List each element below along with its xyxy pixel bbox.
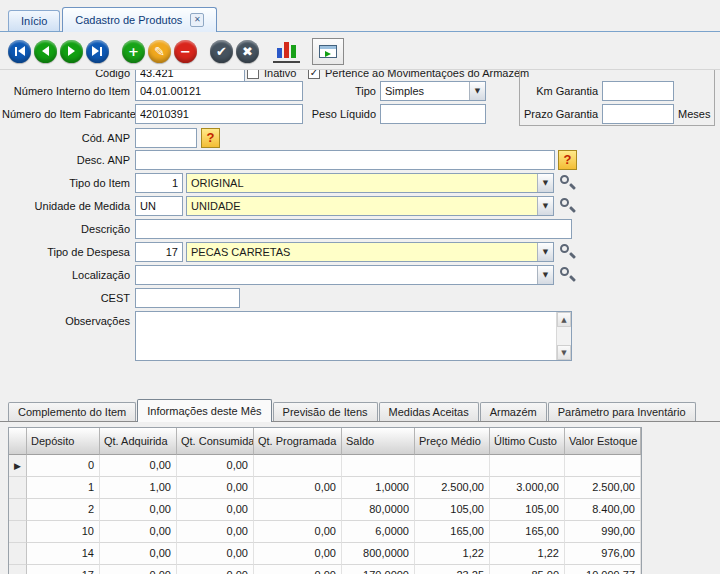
table-row[interactable]: 11,000,000,001,00002.500,003.000,002.500…	[9, 477, 641, 499]
grid-cell[interactable]: 3.000,00	[490, 477, 565, 499]
column-header[interactable]: Qt. Adquirida	[100, 428, 177, 455]
grid-cell[interactable]: 2.500,00	[565, 477, 641, 499]
descricao-input[interactable]	[135, 219, 572, 239]
row-selector-cell[interactable]	[9, 499, 27, 521]
row-selector-cell[interactable]	[9, 565, 27, 574]
grid-cell[interactable]: 990,00	[565, 521, 641, 543]
localizacao-combo[interactable]: ▼	[135, 265, 554, 285]
observacoes-textarea[interactable]	[135, 311, 572, 361]
chevron-down-icon[interactable]: ▼	[537, 197, 553, 215]
last-record-button[interactable]	[86, 40, 109, 63]
grid-cell[interactable]: 0,00	[100, 455, 177, 477]
numero-interno-input[interactable]	[135, 81, 303, 101]
column-header[interactable]: Último Custo	[490, 428, 565, 455]
grid-cell[interactable]: 0,00	[254, 521, 342, 543]
grid-cell[interactable]	[565, 455, 641, 477]
chevron-down-icon[interactable]: ▼	[537, 174, 553, 192]
grid-cell[interactable]: 0,00	[100, 543, 177, 565]
tab-armazem[interactable]: Armazém	[480, 402, 547, 421]
grid-cell[interactable]: 80,0000	[342, 499, 415, 521]
prazo-garantia-input[interactable]	[602, 104, 674, 124]
grid-cell[interactable]: 0,00	[177, 455, 254, 477]
grid-cell[interactable]: 0,00	[254, 543, 342, 565]
desc-anp-help-button[interactable]: ?	[558, 150, 577, 170]
grid-cell[interactable]: 0,00	[254, 477, 342, 499]
grid-cell[interactable]: 165,00	[415, 521, 490, 543]
tipo-select[interactable]: Simples ▼	[380, 81, 486, 101]
scroll-down-icon[interactable]: ▼	[557, 345, 571, 360]
column-header[interactable]: Saldo	[342, 428, 415, 455]
grid-cell[interactable]: 0	[27, 455, 100, 477]
chevron-down-icon[interactable]: ▼	[469, 82, 485, 100]
cod-anp-input[interactable]	[135, 128, 197, 148]
tab-cadastro-de-produtos[interactable]: Cadastro de Produtos ✕	[62, 7, 217, 32]
cod-anp-help-button[interactable]: ?	[201, 128, 220, 148]
grid-cell[interactable]: 0,00	[177, 543, 254, 565]
grid-cell[interactable]: 10	[27, 521, 100, 543]
confirm-button[interactable]: ✔	[210, 40, 233, 63]
grid-cell[interactable]: 1,22	[490, 543, 565, 565]
chevron-down-icon[interactable]: ▼	[537, 243, 553, 261]
next-record-button[interactable]	[60, 40, 83, 63]
grid-cell[interactable]	[342, 455, 415, 477]
table-row[interactable]: 170,000,000,00170,000023,2585,0010.099,7…	[9, 565, 641, 574]
grid-cell[interactable]	[415, 455, 490, 477]
grid-cell[interactable]: 170,0000	[342, 565, 415, 574]
grid-cell[interactable]: 0,00	[100, 499, 177, 521]
row-selector-cell[interactable]: ▶	[9, 455, 27, 477]
grid-cell[interactable]: 17	[27, 565, 100, 574]
grid-cell[interactable]: 0,00	[177, 565, 254, 574]
tipo-despesa-search-icon[interactable]	[558, 242, 575, 261]
grid-cell[interactable]: 1	[27, 477, 100, 499]
grid-cell[interactable]: 0,00	[100, 521, 177, 543]
grid-cell[interactable]: 14	[27, 543, 100, 565]
table-row[interactable]: 20,000,0080,0000105,00105,008.400,00	[9, 499, 641, 521]
tab-parametro-inventario[interactable]: Parâmetro para Inventário	[548, 402, 696, 421]
grid-cell[interactable]: 0,00	[177, 477, 254, 499]
grid-cell[interactable]: 6,0000	[342, 521, 415, 543]
grid-cell[interactable]: 85,00	[490, 565, 565, 574]
first-record-button[interactable]	[8, 40, 31, 63]
tipo-despesa-combo[interactable]: PECAS CARRETAS ▼	[186, 242, 554, 262]
column-header[interactable]: Valor Estoque	[565, 428, 641, 455]
delete-button[interactable]: −	[174, 40, 197, 63]
table-row[interactable]: 140,000,000,00800,00001,221,22976,00	[9, 543, 641, 565]
previous-record-button[interactable]	[34, 40, 57, 63]
grid-cell[interactable]	[254, 499, 342, 521]
column-header[interactable]: Qt. Consumida	[177, 428, 254, 455]
km-garantia-input[interactable]	[602, 81, 674, 101]
cancel-button[interactable]: ✖	[236, 40, 259, 63]
cest-input[interactable]	[135, 288, 240, 308]
grid-cell[interactable]: 105,00	[415, 499, 490, 521]
tipo-item-code-input[interactable]	[135, 173, 183, 193]
grid-cell[interactable]: 2	[27, 499, 100, 521]
edit-button[interactable]: ✎	[148, 40, 171, 63]
grid-cell[interactable]: 2.500,00	[415, 477, 490, 499]
close-tab-icon[interactable]: ✕	[190, 13, 204, 27]
chart-button[interactable]	[273, 39, 300, 63]
chevron-down-icon[interactable]: ▼	[537, 266, 553, 284]
grid-cell[interactable]: 8.400,00	[565, 499, 641, 521]
observacoes-scrollbar[interactable]: ▲ ▼	[556, 312, 571, 360]
grid-cell[interactable]: 10.099,77	[565, 565, 641, 574]
tab-complemento-item[interactable]: Complemento do Item	[8, 402, 136, 421]
grid-cell[interactable]: 165,00	[490, 521, 565, 543]
grid-cell[interactable]: 976,00	[565, 543, 641, 565]
peso-liquido-input[interactable]	[380, 104, 486, 124]
grid-cell[interactable]: 1,00	[100, 477, 177, 499]
row-selector-cell[interactable]	[9, 477, 27, 499]
row-selector-cell[interactable]	[9, 521, 27, 543]
grid-cell[interactable]	[254, 455, 342, 477]
column-header[interactable]: Qt. Programada	[254, 428, 342, 455]
unidade-medida-search-icon[interactable]	[558, 196, 575, 215]
table-row[interactable]: 100,000,000,006,0000165,00165,00990,00	[9, 521, 641, 543]
column-header[interactable]: Depósito	[27, 428, 100, 455]
tab-inicio[interactable]: Início	[8, 10, 60, 31]
tipo-item-search-icon[interactable]	[558, 173, 575, 192]
grid-cell[interactable]: 0,00	[100, 565, 177, 574]
tipo-despesa-code-input[interactable]	[135, 242, 183, 262]
tab-medidas-aceitas[interactable]: Medidas Aceitas	[379, 402, 479, 421]
grid-cell[interactable]: 23,25	[415, 565, 490, 574]
grid-cell[interactable]: 1,22	[415, 543, 490, 565]
grid-cell[interactable]: 0,00	[177, 499, 254, 521]
